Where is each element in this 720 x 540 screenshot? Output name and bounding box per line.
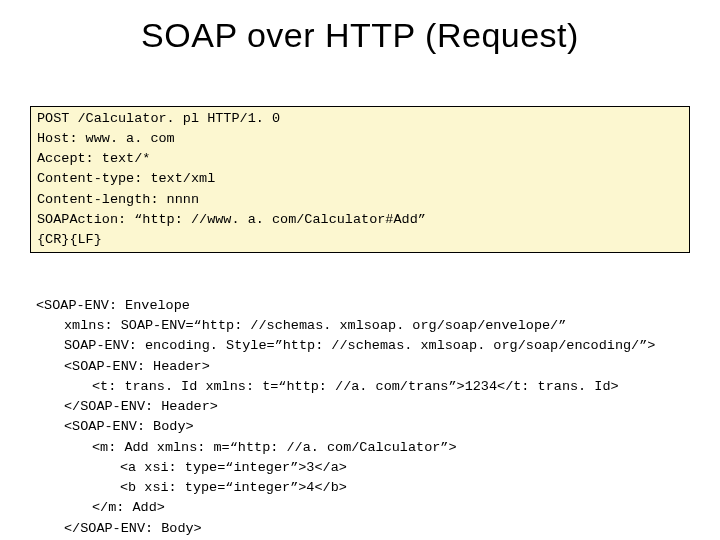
- http-line: Content-type: text/xml: [37, 171, 215, 186]
- soap-line: <m: Add xmlns: m=“http: //a. com/Calcula…: [36, 438, 684, 458]
- http-line: SOAPAction: “http: //www. a. com/Calcula…: [37, 212, 426, 227]
- slide-title: SOAP over HTTP (Request): [30, 16, 690, 55]
- soap-line: </SOAP-ENV: Header>: [36, 397, 684, 417]
- http-header-box: POST /Calculator. pl HTTP/1. 0 Host: www…: [30, 106, 690, 254]
- slide: SOAP over HTTP (Request) POST /Calculato…: [0, 0, 720, 540]
- http-line: POST /Calculator. pl HTTP/1. 0: [37, 111, 280, 126]
- soap-line: <SOAP-ENV: Envelope: [36, 298, 190, 313]
- http-line: Host: www. a. com: [37, 131, 175, 146]
- soap-line: <SOAP-ENV: Body>: [36, 417, 684, 437]
- http-line: Accept: text/*: [37, 151, 150, 166]
- soap-line: <t: trans. Id xmlns: t=“http: //a. com/t…: [36, 377, 684, 397]
- soap-line: </SOAP-ENV: Body>: [36, 519, 684, 539]
- soap-line: xmlns: SOAP-ENV=“http: //schemas. xmlsoa…: [36, 316, 684, 336]
- http-line: Content-length: nnnn: [37, 192, 199, 207]
- soap-line: <SOAP-ENV: Header>: [36, 357, 684, 377]
- soap-line: SOAP-ENV: encoding. Style=”http: //schem…: [36, 336, 684, 356]
- code-block: POST /Calculator. pl HTTP/1. 0 Host: www…: [30, 65, 690, 540]
- soap-line: <b xsi: type=“integer”>4</b>: [36, 478, 684, 498]
- http-line: {CR}{LF}: [37, 232, 102, 247]
- soap-line: <a xsi: type=“integer”>3</a>: [36, 458, 684, 478]
- soap-line: </m: Add>: [36, 498, 684, 518]
- soap-body-box: <SOAP-ENV: Envelope xmlns: SOAP-ENV=“htt…: [30, 294, 690, 540]
